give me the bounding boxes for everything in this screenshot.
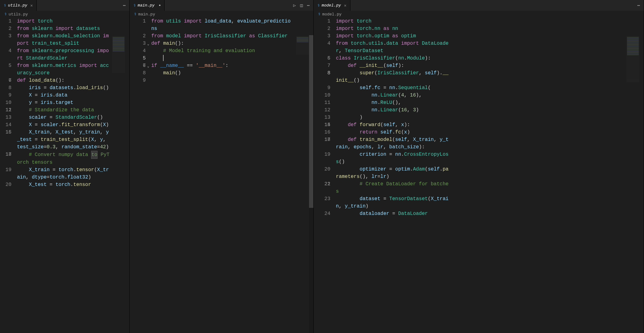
code-line[interactable]: from utils import load_data, evaluate_pr…	[151, 18, 293, 32]
line-number[interactable]: 4	[0, 47, 11, 62]
line-number[interactable]: 9	[314, 84, 330, 92]
code-line[interactable]: super(IrisClassifier, self).__init__()	[336, 69, 450, 84]
scrollbar-vertical[interactable]	[309, 35, 313, 333]
scrollbar-thumb[interactable]	[309, 35, 313, 208]
line-number[interactable]: 16	[314, 129, 330, 136]
line-number[interactable]: 3	[0, 32, 11, 47]
line-number[interactable]: 6	[314, 55, 330, 62]
line-number[interactable]: 10	[314, 92, 330, 99]
line-number[interactable]: 2	[314, 25, 330, 32]
line-number[interactable]: 15	[314, 121, 330, 129]
line-number[interactable]: 9	[0, 92, 11, 99]
breadcrumb[interactable]: ⚕ main.py	[130, 11, 313, 18]
line-number[interactable]: 7	[0, 77, 11, 84]
code-line[interactable]: def __init__(self):	[336, 62, 450, 69]
minimap[interactable]	[626, 36, 639, 82]
line-number[interactable]: 11	[314, 99, 330, 106]
line-number[interactable]: 22	[314, 180, 330, 195]
overflow-icon[interactable]: ⋯	[307, 3, 310, 8]
code-line[interactable]: optimizer = optim.Adam(self.parameters()…	[336, 166, 450, 180]
code-line[interactable]: import torch.optim as optim	[336, 32, 450, 40]
code-line[interactable]: from torch.utils.data import DataLoader,…	[336, 40, 450, 55]
gutter[interactable]: 123456789101112131415161718192021222324	[314, 18, 336, 333]
close-icon[interactable]: ✕	[30, 3, 33, 8]
code-area[interactable]: import torchimport torch.nn as nnimport …	[336, 18, 644, 333]
line-number[interactable]: 7⌄	[130, 62, 146, 69]
editor-right[interactable]: 123456789101112131415161718192021222324 …	[314, 18, 644, 333]
code-line[interactable]: # Model training and evaluation	[151, 47, 293, 55]
tab-utils[interactable]: ⚕ utils.py ✕	[0, 0, 37, 11]
line-number[interactable]: 2	[0, 25, 11, 32]
tab-model[interactable]: ⚕ model.py ✕	[314, 0, 350, 11]
code-line[interactable]: import torch	[17, 18, 110, 25]
line-number[interactable]: 1	[130, 18, 146, 32]
code-line[interactable]: from sklearn.preprocessing import Standa…	[17, 47, 110, 62]
code-line[interactable]: criterion = nn.CrossEntropyLoss()	[336, 151, 450, 166]
line-number[interactable]: 1	[314, 18, 330, 25]
line-number[interactable]: 23	[314, 195, 330, 210]
line-number[interactable]: 2	[130, 32, 146, 40]
overflow-icon[interactable]: ⋯	[638, 3, 640, 8]
line-number[interactable]: 19	[0, 166, 11, 181]
code-line[interactable]: X = iris.data	[17, 92, 110, 99]
line-number[interactable]: 18	[314, 136, 330, 151]
line-number[interactable]: 1	[0, 18, 11, 25]
breadcrumb[interactable]: ⚕ model.py	[314, 11, 644, 18]
line-number[interactable]: 10	[0, 99, 11, 106]
code-line[interactable]: nn.Linear(16, 3)	[336, 106, 450, 114]
code-line[interactable]: X_train = torch.tensor(X_train, dtype=to…	[17, 166, 110, 181]
code-line[interactable]: class IrisClassifier(nn.Module):	[336, 55, 450, 62]
code-line[interactable]: scaler = StandardScaler()	[17, 114, 110, 121]
code-line[interactable]: if __name__ == '__main__':	[151, 62, 293, 69]
code-line[interactable]: def forward(self, x):	[336, 121, 450, 129]
minimap[interactable]	[296, 36, 309, 55]
code-line[interactable]: nn.Linear(4, 16),	[336, 92, 450, 99]
code-line[interactable]: dataloader = DataLoader	[336, 210, 450, 217]
line-number[interactable]: 8	[314, 69, 330, 84]
code-line[interactable]: )	[336, 114, 450, 121]
line-number[interactable]: 13	[314, 114, 330, 121]
code-line[interactable]: # Standardize the data	[17, 106, 110, 114]
line-number[interactable]: 8	[130, 69, 146, 77]
run-icon[interactable]: ▷	[293, 3, 296, 8]
tab-main[interactable]: ⚕ main.py ●	[130, 0, 165, 11]
line-number[interactable]: 4	[314, 40, 330, 55]
code-line[interactable]: def load_data():	[17, 77, 110, 84]
code-line[interactable]: from sklearn.metrics import accuracy_sco…	[17, 62, 110, 77]
line-number[interactable]: 4	[130, 47, 146, 55]
minimap[interactable]	[112, 36, 125, 73]
code-line[interactable]: X = scaler.fit_transform(X)	[17, 121, 110, 129]
code-line[interactable]: return self.fc(x)	[336, 129, 450, 136]
line-number[interactable]: 12	[0, 106, 11, 114]
editor-left[interactable]: 1234567891011121314151617181920 import t…	[0, 18, 129, 333]
overflow-icon[interactable]: ⋯	[123, 3, 126, 8]
code-line[interactable]: y = iris.target	[17, 99, 110, 106]
code-line[interactable]: from sklearn.model_selection import trai…	[17, 32, 110, 47]
line-number[interactable]: 5	[130, 55, 146, 62]
code-line[interactable]: self.fc = nn.Sequential(	[336, 84, 450, 92]
line-number[interactable]: 5	[0, 62, 11, 77]
code-line[interactable]: from sklearn import datasets	[17, 25, 110, 32]
code-line[interactable]: main()	[151, 69, 293, 77]
line-number[interactable]: 18	[0, 151, 11, 166]
line-number[interactable]: 24	[314, 210, 330, 217]
gutter[interactable]: 1234567891011121314151617181920	[0, 18, 17, 333]
editor-mid[interactable]: 123⌄4567⌄89 from utils import load_data,…	[130, 18, 313, 333]
line-number[interactable]: 20	[314, 166, 330, 180]
code-line[interactable]: from model import IrisClassifier as Clas…	[151, 32, 293, 40]
line-number[interactable]: 14	[0, 121, 11, 129]
code-line[interactable]: X_train, X_test, y_train, y_test = train…	[17, 129, 110, 151]
close-icon[interactable]: ✕	[344, 3, 346, 8]
code-line[interactable]	[151, 55, 293, 62]
code-line[interactable]: def train_model(self, X_train, y_train, …	[336, 136, 450, 151]
line-number[interactable]: 12	[314, 106, 330, 114]
line-number[interactable]: 7	[314, 62, 330, 69]
gutter[interactable]: 123⌄4567⌄89	[130, 18, 151, 333]
code-line[interactable]: X_test = torch.tensor	[17, 181, 110, 188]
fold-icon[interactable]: ⌄	[146, 63, 150, 70]
split-editor-icon[interactable]: ◫	[300, 3, 303, 8]
code-line[interactable]: nn.ReLU(),	[336, 99, 450, 106]
fold-icon[interactable]: ⌄	[146, 40, 150, 48]
code-line[interactable]: iris = datasets.load_iris()	[17, 84, 110, 92]
line-number[interactable]: 13	[0, 114, 11, 121]
